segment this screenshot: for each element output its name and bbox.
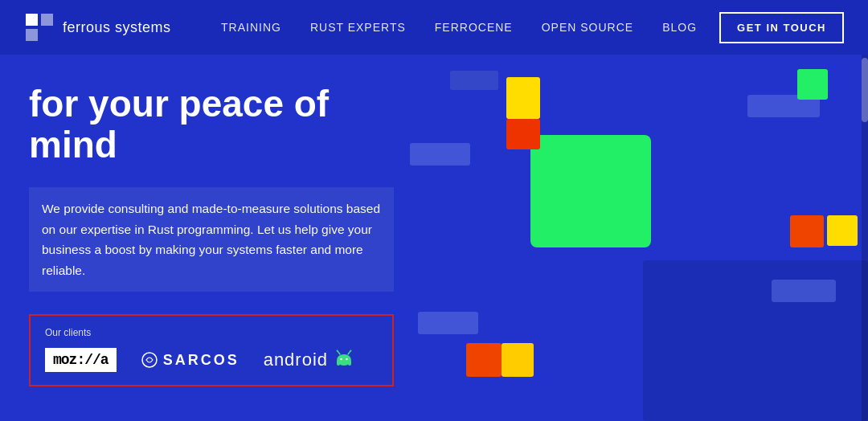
shape-red-1 [506, 119, 540, 149]
sarcos-text: SARCOS [163, 352, 240, 369]
android-robot-icon [333, 349, 355, 371]
svg-point-10 [337, 350, 338, 352]
svg-line-9 [338, 351, 340, 354]
svg-rect-2 [26, 29, 38, 41]
nav-open-source[interactable]: OPEN SOURCE [542, 21, 633, 34]
shape-yellow-1 [506, 77, 540, 119]
android-text: android [264, 349, 328, 370]
get-in-touch-button[interactable]: GET IN TOUCH [719, 12, 844, 43]
svg-rect-5 [337, 360, 340, 366]
android-logo: android [264, 349, 355, 371]
shape-yellow-bottom [502, 343, 534, 377]
mozilla-logo: moz://a [45, 348, 117, 372]
shape-green-large [530, 135, 651, 247]
clients-box: Our clients moz://a SARCOS android [29, 314, 394, 386]
logo-area[interactable]: ferrous systems [24, 12, 171, 43]
nav-links: TRAINING RUST EXPERTS FERROCENE OPEN SOU… [221, 21, 697, 34]
svg-rect-1 [41, 14, 53, 26]
navbar: ferrous systems TRAINING RUST EXPERTS FE… [0, 0, 868, 55]
main-content: for your peace of mind We provide consul… [0, 55, 868, 421]
scrollbar[interactable] [862, 55, 868, 421]
svg-rect-0 [26, 14, 38, 26]
nav-blog[interactable]: BLOG [662, 21, 697, 34]
hero-title: for your peace of mind [29, 84, 394, 165]
svg-point-3 [142, 353, 157, 367]
right-panel [426, 55, 868, 421]
nav-training[interactable]: TRAINING [221, 21, 281, 34]
shape-blue-4 [772, 280, 836, 302]
shape-green-small [797, 69, 828, 100]
nav-ferrocene[interactable]: FERROCENE [435, 21, 513, 34]
shape-yellow-right [827, 215, 858, 246]
sarcos-icon [141, 351, 158, 369]
brand-name: ferrous systems [63, 19, 171, 36]
shape-orange-right [790, 215, 824, 247]
svg-point-12 [350, 350, 352, 352]
shape-blue-2 [418, 312, 478, 334]
clients-logos: moz://a SARCOS android [45, 348, 378, 372]
nav-rust-experts[interactable]: RUST EXPERTS [310, 21, 406, 34]
ferrous-logo-icon [24, 12, 55, 43]
svg-point-7 [340, 358, 342, 360]
sarcos-logo: SARCOS [141, 351, 240, 369]
svg-rect-6 [348, 360, 351, 366]
hero-description: We provide consulting and made-to-measur… [29, 187, 394, 292]
left-panel: for your peace of mind We provide consul… [0, 55, 426, 421]
scrollbar-thumb[interactable] [862, 58, 868, 122]
shape-orange-bottom [466, 343, 502, 377]
svg-point-8 [346, 358, 347, 360]
shape-indigo-top [450, 71, 498, 90]
svg-line-11 [348, 351, 350, 354]
clients-label: Our clients [45, 327, 378, 338]
